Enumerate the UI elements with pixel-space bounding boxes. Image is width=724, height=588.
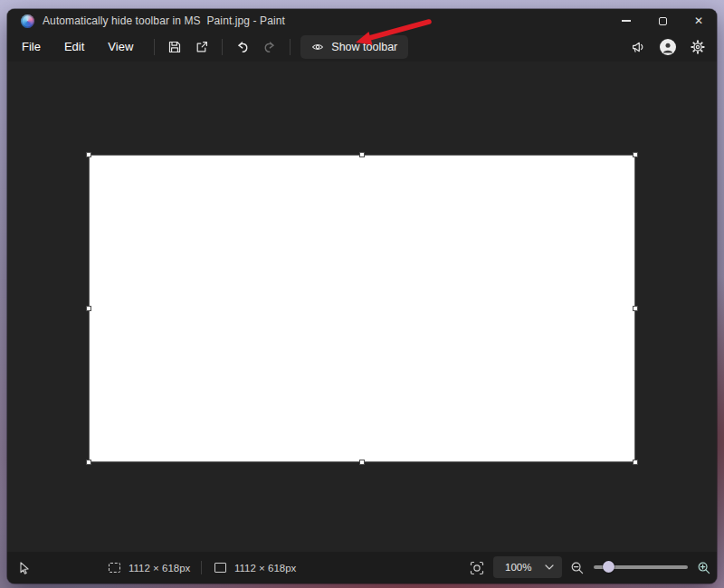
zoom-in-icon	[697, 561, 711, 575]
undo-icon	[235, 40, 250, 54]
selection-size-value: 1112 × 618px	[129, 563, 190, 574]
menubar-separator	[290, 39, 291, 55]
selection-handle-top-left[interactable]	[86, 152, 91, 157]
zoom-slider-thumb[interactable]	[603, 561, 614, 573]
save-icon	[167, 40, 182, 54]
image-size-indicator: 1112 × 618px	[214, 552, 296, 583]
chevron-down-icon	[545, 564, 554, 570]
statusbar: 1112 × 618px 1112 × 618px 100%	[7, 552, 717, 583]
paint-window: Automatically hide toolbar in MS Paint.j…	[7, 9, 717, 583]
menubar-separator	[222, 39, 223, 55]
paint-logo	[21, 14, 34, 28]
selection-handle-bottom-right[interactable]	[633, 460, 638, 465]
zoom-in-button[interactable]	[697, 552, 711, 583]
selection-handle-bottom-left[interactable]	[86, 460, 91, 465]
account-icon	[660, 39, 676, 55]
selection-handle-mid-right[interactable]	[633, 306, 638, 311]
menu-file[interactable]: File	[13, 35, 50, 59]
menubar-separator	[154, 39, 155, 55]
fit-to-window-icon	[470, 561, 484, 575]
selection-handle-mid-left[interactable]	[86, 306, 91, 311]
window-title: Automatically hide toolbar in MS Paint.j…	[43, 14, 285, 27]
paint-canvas[interactable]	[90, 156, 634, 461]
settings-button[interactable]	[684, 35, 711, 59]
redo-icon	[262, 40, 277, 54]
close-button[interactable]: ✕	[681, 9, 717, 33]
undo-button[interactable]	[229, 35, 256, 59]
share-button[interactable]	[188, 35, 215, 59]
show-toolbar-button[interactable]: Show toolbar	[300, 35, 408, 59]
maximize-button[interactable]	[644, 9, 681, 33]
zoom-level-dropdown[interactable]: 100%	[493, 556, 562, 578]
zoom-slider[interactable]	[594, 565, 688, 569]
selection-size-indicator: 1112 × 618px	[109, 552, 190, 583]
eye-icon	[311, 41, 324, 53]
account-button[interactable]	[654, 35, 681, 59]
zoom-out-icon	[570, 561, 585, 575]
cursor-icon	[16, 561, 31, 575]
zoom-level-value: 100%	[505, 562, 531, 573]
minimize-button[interactable]	[608, 9, 644, 33]
megaphone-icon	[631, 40, 645, 54]
fit-to-window-button[interactable]	[470, 552, 484, 583]
feedback-button[interactable]	[624, 35, 652, 59]
menu-view[interactable]: View	[99, 35, 142, 59]
titlebar: Automatically hide toolbar in MS Paint.j…	[7, 9, 717, 33]
menubar-right	[624, 35, 713, 59]
image-size-icon	[214, 563, 226, 573]
save-button[interactable]	[161, 35, 188, 59]
minimize-icon	[622, 20, 631, 21]
image-size-value: 1112 × 618px	[234, 563, 296, 574]
selection-handle-top-center[interactable]	[359, 152, 365, 157]
menu-edit[interactable]: Edit	[55, 35, 93, 59]
share-icon	[195, 40, 209, 54]
gear-icon	[691, 40, 705, 54]
zoom-out-button[interactable]	[570, 552, 585, 583]
show-toolbar-label: Show toolbar	[331, 41, 397, 53]
selection-handle-top-right[interactable]	[633, 152, 638, 157]
selection-size-icon	[109, 563, 120, 573]
redo-button[interactable]	[256, 35, 283, 59]
selection-handle-bottom-center[interactable]	[359, 460, 365, 465]
statusbar-separator	[201, 561, 202, 574]
window-controls: ✕	[608, 9, 717, 33]
cursor-position-indicator	[16, 552, 31, 583]
close-icon: ✕	[694, 15, 703, 26]
canvas-area	[7, 62, 717, 552]
maximize-icon	[659, 17, 667, 25]
menubar: File Edit View	[7, 33, 717, 62]
